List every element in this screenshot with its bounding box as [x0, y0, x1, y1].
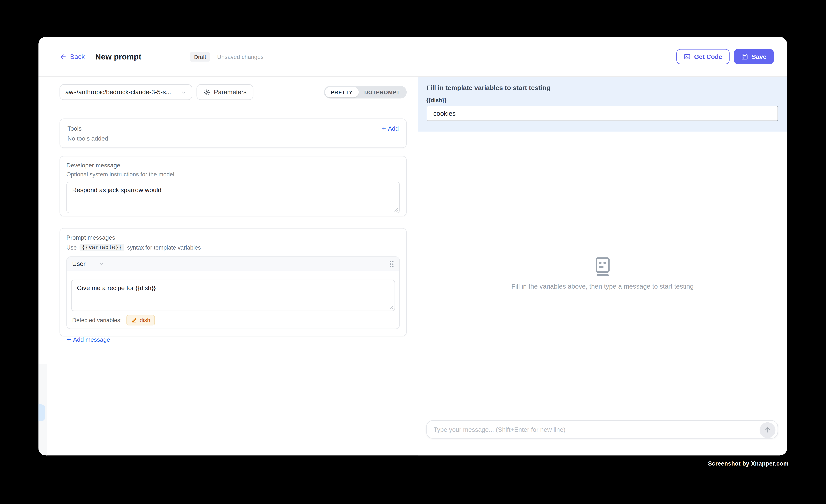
message-body: Give me a recipe for {{dish}} Detected v…: [67, 271, 399, 328]
detected-variables-row: Detected variables: dish: [71, 315, 395, 325]
chat-area: Fill in the variables above, then type a…: [418, 132, 787, 412]
page-title: New prompt: [95, 52, 141, 61]
send-arrow-icon: [764, 426, 771, 434]
tools-label: Tools: [67, 125, 81, 131]
variable-name-label: {{dish}}: [426, 97, 778, 103]
detected-variables-label: Detected variables:: [72, 317, 122, 323]
empty-state: Fill in the variables above, then type a…: [511, 256, 694, 290]
prompt-messages-label: Prompt messages: [66, 234, 400, 241]
chevron-down-icon: [181, 89, 186, 95]
parameters-button[interactable]: Parameters: [196, 84, 253, 100]
unsaved-changes-text: Unsaved changes: [217, 54, 263, 60]
message-header: User: [67, 257, 399, 271]
header-actions: Get Code Save: [676, 49, 774, 64]
developer-message-label: Developer message: [66, 162, 400, 169]
add-message-button[interactable]: + Add message: [66, 336, 400, 342]
variable-syntax-hint: Use {{variable}} syntax for template var…: [66, 244, 400, 251]
app-window: Back New prompt Draft Unsaved changes Ge…: [39, 37, 787, 455]
watermark-text: Screenshot by Xnapper.com: [708, 460, 789, 467]
send-button[interactable]: [760, 422, 775, 438]
toggle-option-pretty[interactable]: PRETTY: [325, 87, 358, 98]
test-panel: Fill in template variables to start test…: [417, 77, 787, 456]
save-button[interactable]: Save: [734, 49, 774, 64]
message-input[interactable]: [427, 426, 778, 433]
tools-empty-text: No tools added: [67, 135, 108, 142]
back-link[interactable]: Back: [60, 53, 85, 60]
parameters-label: Parameters: [214, 88, 246, 96]
developer-message-card: Developer message Optional system instru…: [60, 156, 407, 216]
variable-code-chip: {{variable}}: [79, 244, 124, 251]
sidebar-edge-highlight: [39, 404, 45, 421]
add-message-label: Add message: [73, 336, 110, 342]
header-bar: Back New prompt Draft Unsaved changes Ge…: [39, 37, 787, 77]
screenshot-stage: Back New prompt Draft Unsaved changes Ge…: [0, 0, 826, 504]
developer-message-textarea[interactable]: Respond as jack sparrow would: [66, 182, 400, 213]
pencil-icon: [131, 317, 137, 323]
status-group: Draft Unsaved changes: [190, 52, 263, 61]
plus-icon: +: [67, 336, 71, 342]
empty-state-text: Fill in the variables above, then type a…: [511, 282, 694, 290]
hint-suffix: syntax for template variables: [127, 244, 201, 251]
tools-card: Tools + Add No tools added: [60, 118, 407, 148]
save-label: Save: [752, 53, 766, 60]
back-label: Back: [70, 53, 85, 60]
user-message-textarea[interactable]: Give me a recipe for {{dish}}: [71, 279, 395, 311]
back-arrow-icon: [60, 53, 67, 60]
role-select[interactable]: User: [72, 260, 104, 267]
prompt-messages-card: Prompt messages Use {{variable}} syntax …: [60, 228, 407, 336]
save-icon: [741, 53, 748, 60]
message-input-wrap: [426, 420, 778, 439]
add-tool-label: Add: [388, 125, 399, 131]
variable-chip-dish[interactable]: dish: [126, 315, 155, 325]
drag-grip-icon[interactable]: [389, 260, 394, 267]
variables-title: Fill in template variables to start test…: [426, 84, 778, 91]
model-select[interactable]: aws/anthropic/bedrock-claude-3-5-s...: [60, 84, 192, 100]
prompt-editor-panel: aws/anthropic/bedrock-claude-3-5-s... Pa…: [39, 77, 417, 456]
format-toggle: PRETTY DOTPROMPT: [324, 86, 407, 98]
role-select-value: User: [72, 260, 85, 267]
terminal-icon: [684, 53, 690, 60]
chat-footer: [418, 412, 787, 455]
add-tool-button[interactable]: + Add: [382, 125, 399, 132]
variable-value-input[interactable]: [426, 106, 778, 121]
model-row: aws/anthropic/bedrock-claude-3-5-s... Pa…: [60, 84, 407, 100]
plus-icon: +: [382, 125, 386, 132]
chevron-down-icon: [99, 261, 105, 266]
status-badge: Draft: [190, 52, 211, 61]
toggle-option-dotprompt[interactable]: DOTPROMPT: [359, 87, 406, 98]
developer-message-description: Optional system instructions for the mod…: [66, 171, 400, 178]
template-variables-section: Fill in template variables to start test…: [418, 77, 787, 132]
model-select-value: aws/anthropic/bedrock-claude-3-5-s...: [65, 88, 171, 96]
bot-face-icon: [592, 256, 613, 276]
variable-chip-label: dish: [140, 317, 151, 323]
hint-prefix: Use: [66, 244, 77, 251]
gear-icon: [203, 89, 210, 96]
get-code-button[interactable]: Get Code: [676, 49, 729, 64]
message-block: User Give me a recipe for {{dish}}: [66, 256, 400, 329]
get-code-label: Get Code: [694, 53, 722, 60]
